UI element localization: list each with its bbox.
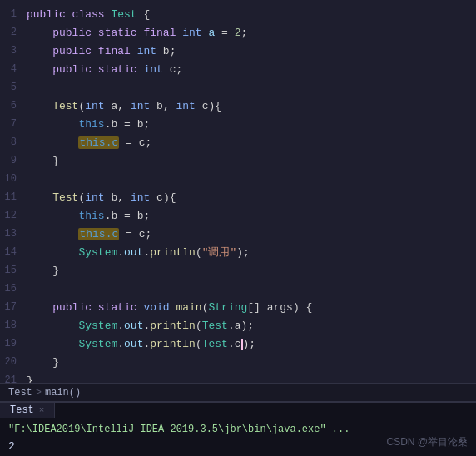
tab-test[interactable]: Test ×: [0, 403, 55, 418]
code-line: 9 }: [0, 151, 476, 170]
code-line: 5: [0, 78, 476, 97]
status-bar: Test > main(): [0, 383, 476, 401]
code-line: 16: [0, 280, 476, 298]
code-line: 8 this.c = c;: [0, 133, 476, 151]
code-line: 3 public final int b;: [0, 42, 476, 60]
code-line: 4 public static int c;: [0, 60, 476, 78]
tabs-bar: Test ×: [0, 402, 476, 418]
tab-close-icon[interactable]: ×: [39, 405, 45, 415]
breadcrumb-sep: >: [36, 387, 42, 399]
code-line: 10: [0, 170, 476, 188]
code-line: 17 public static void main(String[] args…: [0, 298, 476, 316]
code-line: 12 this.b = b;: [0, 206, 476, 225]
code-line: 20 }: [0, 353, 476, 371]
code-line: 18 System.out.println(Test.a);: [0, 316, 476, 335]
breadcrumb-class: Test: [8, 387, 32, 399]
code-line: 6 Test(int a, int b, int c){: [0, 97, 476, 115]
tab-label: Test: [10, 404, 34, 416]
code-line: 1public class Test {: [0, 5, 476, 23]
code-line: 13 this.c = c;: [0, 225, 476, 243]
code-line: 19 System.out.println(Test.c);: [0, 335, 476, 353]
editor-area: 1public class Test {2 public static fina…: [0, 0, 476, 383]
code-line: 2 public static final int a = 2;: [0, 23, 476, 42]
breadcrumb: Test > main(): [8, 387, 81, 399]
code-line: 14 System.out.println("调用");: [0, 243, 476, 261]
code-line: 11 Test(int b, int c){: [0, 188, 476, 206]
code-line: 7 this.b = b;: [0, 115, 476, 133]
breadcrumb-method: main(): [45, 387, 81, 399]
watermark: CSDN @举目沦桑: [386, 435, 468, 449]
code-line: 21}: [0, 371, 476, 383]
code-line: 15 }: [0, 261, 476, 280]
